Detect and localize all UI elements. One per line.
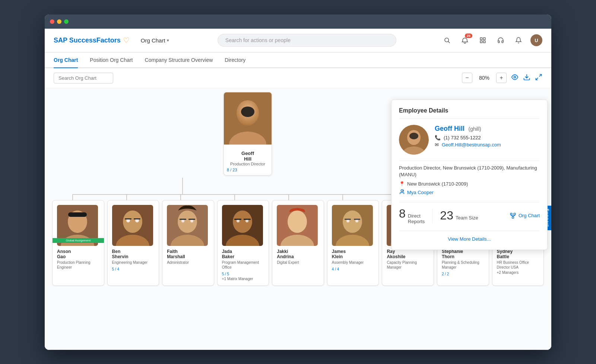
root-employee-name: GeoffHill (227, 151, 269, 162)
zoom-level-display: 80% (477, 75, 492, 81)
org-chart-link-block: Org Chart (510, 212, 540, 219)
child-stats-james: 4 / 4 (332, 267, 374, 271)
svg-point-13 (241, 107, 254, 117)
child-name-jakki: JakkiAndrina (277, 249, 319, 259)
svg-rect-3 (484, 38, 485, 39)
window-controls (50, 19, 69, 24)
child-stats-ben: 5 / 4 (112, 267, 155, 271)
stat-divider-1 (432, 208, 432, 223)
child-card-faith-marshall[interactable]: FaithMarshall Administrator (162, 200, 214, 286)
svg-rect-41 (180, 219, 186, 220)
close-dot[interactable] (50, 19, 54, 24)
zoom-in-button[interactable]: + (496, 73, 507, 83)
child-stats-stephanie: 2 / 2 (442, 272, 484, 276)
child-role-jada: Program Management Office (222, 260, 264, 270)
view-toggle-icon[interactable] (511, 73, 519, 83)
popup-info: Production Director, New Brunswick (1710… (399, 161, 540, 196)
child-name-anson: AnsonGao (57, 249, 99, 259)
svg-rect-35 (134, 218, 140, 219)
child-card-anson-gao[interactable]: Global Assignment AnsonGao Production Pl… (52, 200, 104, 286)
bell-icon-button[interactable] (513, 34, 524, 46)
search-wrapper: Search for actions or people (180, 34, 434, 47)
svg-point-46 (237, 219, 240, 222)
root-employee-card[interactable]: GeoffHill Production Director 8 / 23 (224, 92, 272, 175)
zoom-control-group: − 80% + (462, 73, 542, 83)
child-role-jakki: Digital Expert (277, 260, 319, 265)
child-name-faith: FaithMarshall (167, 249, 209, 259)
zoom-out-button[interactable]: − (462, 73, 472, 83)
tab-bar: Org Chart Position Org Chart Company Str… (45, 53, 551, 68)
svg-point-57 (355, 219, 358, 222)
fullscreen-icon[interactable] (535, 73, 542, 83)
child-card-ben-shervin[interactable]: BenShervin Engineering Manager 5 / 4 (107, 200, 159, 286)
popup-email: ✉ Geoff.Hill@bestrunsap.com (435, 142, 501, 148)
tab-position-org-chart[interactable]: Position Org Chart (90, 53, 133, 68)
popup-phone: 📞 (1) 732 555-1222 (435, 135, 501, 140)
toolbar-action-icons (511, 73, 542, 83)
popup-manager-link[interactable]: Mya Cooper (407, 190, 434, 195)
child-role-ray: Capacity Planning Manager (387, 260, 429, 270)
popup-location: 📍 New Brunswick (1710-2009) (399, 181, 540, 187)
zoom-controls: − 80% + (462, 73, 507, 83)
tab-directory[interactable]: Directory (225, 53, 245, 68)
search-org-input[interactable] (54, 73, 113, 83)
popup-employee-name: Geoff Hill (435, 125, 465, 132)
org-chart-link-label: Org Chart (519, 213, 540, 218)
view-more-details-link[interactable]: View More Details... (448, 236, 491, 242)
app-window: SAP SuccessFactors ♡ Org Chart ▾ Search … (45, 15, 551, 350)
logo-text: SAP SuccessFactors (54, 37, 121, 44)
child-stats-jada: 5 / 5 (222, 272, 264, 276)
svg-rect-78 (510, 213, 512, 215)
download-icon[interactable] (523, 73, 530, 83)
child-card-james-klein[interactable]: JamesKlein Assembly Manager 4 / 4 (327, 200, 379, 286)
apps-icon-button[interactable] (477, 34, 489, 46)
svg-point-0 (445, 38, 449, 42)
child-name-ben: BenShervin (112, 249, 155, 259)
child-name-james: JamesKlein (332, 249, 374, 259)
popup-username: (ghill) (468, 126, 481, 132)
svg-rect-58 (345, 219, 351, 220)
team-size-stat: 23 Team Size (440, 209, 478, 222)
team-size-label: Team Size (456, 215, 478, 221)
header-icons: 28 U (441, 34, 542, 46)
child-photo-ben (112, 205, 153, 246)
svg-point-77 (401, 190, 403, 192)
tab-org-chart[interactable]: Org Chart (54, 53, 78, 68)
tab-company-structure[interactable]: Company Structure Overview (145, 53, 213, 68)
svg-point-51 (288, 211, 307, 233)
direct-reports-label: DirectReports (408, 213, 425, 225)
nav-dropdown-arrow: ▾ (167, 38, 169, 43)
notifications-badge: 28 (465, 34, 472, 38)
svg-rect-5 (484, 41, 485, 43)
child-photo-faith (167, 205, 208, 246)
child-role-anson: Production Planning Engineer (57, 260, 99, 270)
child-card-jakki-andrina[interactable]: JakkiAndrina Digital Expert (272, 200, 324, 286)
minimize-dot[interactable] (57, 19, 61, 24)
search-icon-button[interactable] (441, 34, 453, 46)
nav-title-dropdown[interactable]: Org Chart ▾ (137, 37, 173, 44)
child-role-james: Assembly Manager (332, 260, 374, 265)
popup-email-link[interactable]: Geoff.Hill@bestrunsap.com (442, 142, 501, 148)
child-name-sydney: SydneyBattle (497, 249, 539, 259)
svg-rect-4 (480, 41, 482, 43)
svg-line-8 (539, 74, 542, 76)
phone-icon: 📞 (435, 135, 441, 140)
global-search-bar[interactable]: Search for actions or people (218, 34, 396, 47)
child-card-jada-baker[interactable]: JadaBaker Program Management Office 5 / … (217, 200, 269, 286)
child-name-stephanie: StephanieThorn (442, 249, 484, 259)
email-icon: ✉ (435, 142, 439, 148)
maximize-dot[interactable] (64, 19, 69, 24)
org-chart-link[interactable]: Org Chart (510, 212, 540, 219)
svg-point-54 (343, 211, 362, 233)
notifications-icon-button[interactable]: 28 (459, 34, 471, 46)
popup-title: Employee Details (399, 107, 540, 119)
svg-point-76 (409, 133, 418, 139)
main-content: − 80% + (45, 68, 551, 350)
svg-point-30 (123, 211, 142, 233)
user-avatar[interactable]: U (530, 34, 542, 46)
popup-contact: 📞 (1) 732 555-1222 ✉ Geoff.Hill@bestruns… (435, 135, 501, 148)
child-name-jada: JadaBaker (222, 249, 264, 259)
nav-title-text: Org Chart (141, 37, 165, 44)
headset-icon-button[interactable] (495, 34, 507, 46)
root-card-box[interactable]: GeoffHill Production Director 8 / 23 (224, 92, 272, 175)
